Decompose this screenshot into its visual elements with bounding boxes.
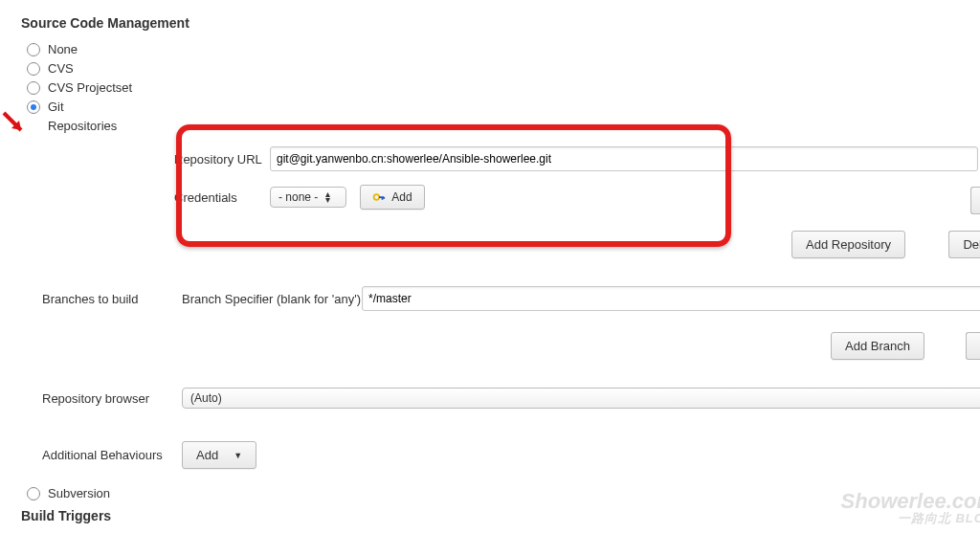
radio-label-cvs: CVS — [48, 61, 74, 76]
credentials-select-value: - none - — [278, 190, 318, 204]
repository-browser-select[interactable]: (Auto) — [182, 388, 980, 409]
add-branch-label: Add Branch — [845, 339, 910, 353]
svg-point-0 — [374, 194, 380, 200]
add-repository-label: Add Repository — [806, 237, 891, 252]
additional-behaviours-label: Additional Behaviours — [42, 448, 182, 462]
add-credentials-label: Add — [391, 190, 412, 204]
repositories-label: Repositories — [48, 119, 980, 133]
advanced-button-partial[interactable]: A — [970, 187, 980, 214]
chevron-updown-icon: ▴▾ — [325, 191, 330, 203]
key-icon — [372, 190, 386, 204]
section-title-scm: Source Code Management — [21, 15, 980, 31]
credentials-label: Credentials — [174, 190, 270, 205]
radio-label-none: None — [48, 42, 78, 56]
add-repository-button[interactable]: Add Repository — [791, 231, 905, 258]
add-behaviour-label: Add — [196, 448, 218, 462]
add-credentials-button[interactable]: Add — [360, 185, 424, 210]
radio-git[interactable] — [27, 100, 40, 114]
repo-url-input[interactable] — [270, 146, 978, 171]
section-title-build-triggers: Build Triggers — [21, 508, 980, 523]
delete-repository-label: Delete — [963, 237, 980, 252]
repo-url-label: Repository URL — [174, 152, 270, 167]
radio-label-git: Git — [48, 100, 64, 114]
radio-label-subversion: Subversion — [48, 486, 110, 500]
delete-branch-button[interactable]: Del — [966, 332, 980, 360]
credentials-select[interactable]: - none - ▴▾ — [270, 187, 346, 208]
radio-cvs[interactable] — [27, 62, 40, 76]
branches-to-build-label: Branches to build — [42, 292, 182, 306]
radio-subversion[interactable] — [27, 487, 40, 500]
chevron-down-icon: ▼ — [234, 451, 242, 460]
branch-specifier-input[interactable] — [362, 286, 980, 311]
repository-browser-label: Repository browser — [42, 391, 182, 406]
radio-none[interactable] — [27, 43, 40, 56]
radio-cvs-projectset[interactable] — [27, 81, 40, 95]
delete-repository-button[interactable]: Delete — [948, 231, 980, 258]
repository-browser-value: (Auto) — [190, 391, 222, 405]
branch-specifier-label: Branch Specifier (blank for 'any') — [182, 292, 362, 306]
add-behaviour-button[interactable]: Add ▼ — [182, 441, 256, 469]
pointer-arrow-icon — [0, 109, 29, 138]
radio-label-cvs-projectset: CVS Projectset — [48, 80, 132, 95]
add-branch-button[interactable]: Add Branch — [831, 332, 924, 360]
